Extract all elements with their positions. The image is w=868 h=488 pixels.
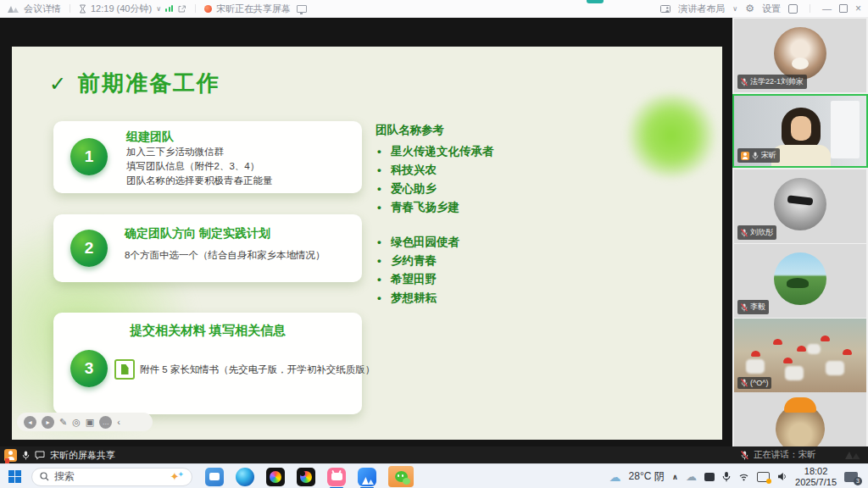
layout-button[interactable]: 演讲者布局 [678,3,725,15]
participant-tile[interactable]: 李毅 [734,244,866,318]
weather-cloud-icon: ☁ [609,470,621,484]
avatar-detail [784,397,816,413]
weather-text[interactable]: 28°C 阴 [629,469,665,484]
speaking-label: 正在讲话：宋昕 [754,449,816,461]
meeting-timer[interactable]: 12:19 (40分钟) [91,3,152,15]
mic-tray-icon[interactable] [722,471,731,482]
settings-button[interactable]: 设置 [762,3,781,15]
tray-expand-icon[interactable]: ∧ [672,473,678,481]
slide-title: 前期准备工作 [78,69,220,98]
mic-muted-icon [741,451,748,460]
step-number-badge: 1 [70,138,108,175]
step-title: 确定团队方向 制定实践计划 [125,226,270,241]
participant-badge: 宋昕 [737,148,780,163]
settings-gear-icon[interactable]: ⚙ [745,4,754,13]
participant-badge: 李毅 [737,300,769,314]
share-owner-label: 宋昕的屏幕共享 [50,449,115,462]
edge-browser-icon[interactable] [235,467,255,487]
photo-detail [783,358,793,363]
participant-name: 李毅 [750,302,765,313]
shared-screen-stage: ✓ 前期准备工作 1 组建团队 加入三下乡活动微信群 填写团队信息（附件2、3、… [0,17,732,446]
wifi-tray-icon[interactable] [738,472,749,481]
participant-tile-active-speaker[interactable]: 宋昕 [732,94,868,168]
presenter-toolbar: ◂ ▸ ✎ ◎ ▣ … ‹ [17,413,153,431]
close-button[interactable]: × [855,3,861,14]
next-slide-icon: ▸ [42,416,54,429]
participant-name: (^O^) [750,379,768,387]
share-owner-group: 宋昕的屏幕共享 [0,449,115,462]
video-person [771,145,831,168]
speaker-tray-icon[interactable] [777,472,787,481]
photo-detail [751,351,760,357]
step-line: 加入三下乡活动微信群 [126,145,224,159]
video-background [831,101,860,158]
open-external-icon[interactable] [177,4,186,14]
photo-detail [773,339,782,345]
divider [810,4,810,13]
divider [195,4,196,13]
pen-icon: ✎ [59,418,67,427]
mic-muted-icon [741,303,748,312]
alert-sliver [5,458,9,463]
step-line: 附件 5 家长知情书（先交电子版，开学初补交纸质版） [140,363,375,377]
chat-icon [35,451,45,460]
camera-app-icon[interactable] [296,467,316,487]
sharing-status-text: 宋昕正在共享屏幕 [216,3,291,15]
copilot-sparkle-icon: ✦✦ [170,470,184,483]
fullscreen-button[interactable] [788,4,798,14]
maximize-button[interactable] [839,4,848,13]
mic-icon [752,152,759,160]
hourglass-icon [79,4,86,14]
participant-badge: (^O^) [737,377,771,389]
minimize-button[interactable]: — [822,3,832,14]
onedrive-cloud-icon[interactable]: ☁ [686,470,697,483]
check-icon: ✓ [49,72,66,96]
layout-caret-icon[interactable]: ∨ [732,5,737,13]
photo-detail [843,349,852,355]
ref-item: 爱心助乡 [376,180,494,198]
windows-taskbar: 搜索 ✦✦ ☁ 28°C 阴 [0,463,868,488]
video-person [791,116,811,141]
timer-caret-icon[interactable]: ∨ [156,5,161,13]
ime-tray-icon[interactable] [704,473,715,481]
wechat-app-icon-active[interactable] [387,467,415,487]
participant-name: 刘欣彤 [750,227,773,238]
widgets-app-icon[interactable] [204,467,225,487]
divider [70,4,70,13]
search-box[interactable]: 搜索 ✦✦ [31,468,192,486]
meeting-details-button[interactable]: 会议详情 [24,3,61,15]
photo-detail [785,366,804,380]
meeting-logo-glyph [359,473,375,486]
participants-panel: 法学22-1刘帅家 宋昕 [732,17,868,446]
step-card-3: 提交相关材料 填写相关信息 3 附件 5 家长知情书（先交电子版，开学初补交纸质… [53,313,362,414]
participant-tile[interactable] [734,392,866,446]
participant-tile[interactable]: 法学22-1刘帅家 [734,19,866,92]
team-name-refs-2: 绿色田园使者 乡约青春 希望田野 梦想耕耘 [376,233,459,308]
ref-item: 梦想耕耘 [376,289,459,308]
participant-name: 宋昕 [761,150,776,161]
mic-muted-icon [741,229,748,237]
share-status-bar: 宋昕的屏幕共享 正在讲话：宋昕 [0,446,868,463]
step-line: 团队名称的选择要积极青春正能量 [126,174,273,188]
share-control-tab[interactable] [587,0,604,3]
photos-app-icon[interactable] [265,467,286,487]
cast-screen-tray-icon[interactable] [757,472,770,482]
ref-item: 科技兴农 [376,161,494,180]
participant-badge: 刘欣彤 [737,225,776,240]
sharing-indicator-icon [204,5,212,13]
team-name-refs-1: 团队名称参考 星火传递文化传承者 科技兴农 爱心助乡 青春飞扬乡建 [376,123,494,217]
screen: 会议详情 12:19 (40分钟) ∨ 宋昕正在共享屏幕 演讲者布局 ∨ [0,0,868,488]
meeting-app-icon[interactable] [357,467,377,487]
ref-item: 星火传递文化传承者 [376,142,494,161]
camera-icon: ▣ [86,418,94,427]
slide-title-row: ✓ 前期准备工作 [49,69,220,98]
start-button[interactable] [8,470,21,483]
bilibili-app-icon[interactable] [326,467,347,487]
host-avatar-chip [741,152,749,160]
participant-tile[interactable]: (^O^) [734,319,866,392]
notification-center-icon[interactable]: 3 [844,472,858,482]
photo-detail [826,361,844,375]
participant-tile[interactable]: 刘欣彤 [734,169,866,243]
taskbar-clock[interactable]: 18:02 2025/7/15 [795,466,837,487]
clock-date: 2025/7/15 [795,477,837,488]
